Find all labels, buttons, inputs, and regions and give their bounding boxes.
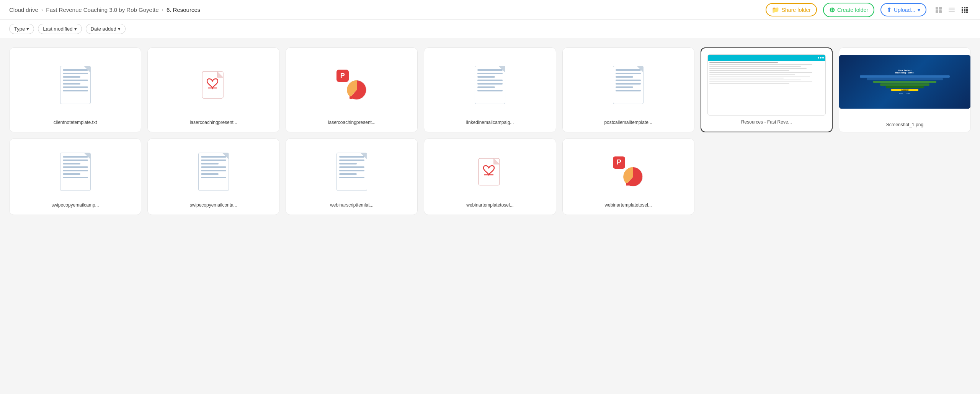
svg-rect-21 [357, 96, 360, 99]
upload-dropdown-arrow: ▾ [918, 7, 920, 13]
svg-rect-2 [936, 10, 938, 13]
thumbnail-view-button[interactable] [933, 4, 945, 16]
text-line [339, 177, 364, 178]
svg-rect-0 [936, 7, 938, 10]
file-card[interactable]: Your PerfectMarketing Funnel SUCCESS! Em… [839, 47, 971, 132]
text-line [616, 83, 641, 85]
file-card[interactable]: P lasercoachingpresent... [286, 47, 418, 132]
file-icon-wrap [16, 145, 135, 199]
type-filter-chevron: ▾ [26, 26, 29, 32]
file-name: lasercoachingpresent... [190, 120, 237, 126]
file-icon-wrap: P [569, 145, 688, 199]
text-file-icon [475, 66, 505, 104]
file-name: clientnotetemplate.txt [54, 120, 97, 126]
text-line [201, 156, 226, 158]
text-line [477, 69, 503, 71]
text-line [63, 163, 80, 164]
file-icon-wrap [16, 54, 135, 116]
file-icon-wrap: P [292, 54, 411, 116]
breadcrumb-root[interactable]: Cloud drive [9, 7, 38, 13]
funnel-label: Email [899, 93, 903, 94]
share-icon: 📁 [772, 6, 779, 13]
file-icon-wrap [430, 54, 549, 116]
funnel-row [880, 83, 929, 86]
text-line [477, 83, 503, 85]
ppt-file-icon: P [613, 156, 644, 187]
text-line [63, 73, 88, 74]
svg-rect-5 [949, 10, 955, 10]
file-card[interactable]: swipecopyemailcamp... [9, 138, 141, 215]
type-filter-button[interactable]: Type ▾ [9, 24, 34, 34]
file-card[interactable]: lasercoachingpresent... [147, 47, 279, 132]
breadcrumb-current: 6. Resources [167, 7, 200, 13]
ppt-file-icon: P [336, 70, 367, 100]
funnel-labels: Email Traffic [899, 93, 910, 94]
last-modified-filter-label: Last modified [43, 26, 72, 32]
web-content-line [709, 81, 812, 82]
ppt-p-badge: P [336, 70, 349, 82]
text-line [616, 73, 641, 74]
web-content-line [709, 70, 789, 71]
svg-rect-11 [964, 9, 965, 11]
web-content-line [709, 74, 795, 75]
breadcrumb: Cloud drive › Fast Revenue Coaching 3.0 … [9, 7, 200, 13]
file-name: postcallemailtemplate... [604, 120, 652, 126]
last-modified-filter-button[interactable]: Last modified ▾ [38, 24, 82, 34]
share-folder-button[interactable]: 📁 Share folder [766, 3, 817, 16]
share-folder-label: Share folder [782, 7, 811, 13]
ppt-chart-icon [623, 166, 644, 187]
file-card[interactable]: swipecopyemailconta... [147, 138, 279, 215]
create-folder-button[interactable]: ⊕ Create folder [823, 3, 874, 17]
file-card[interactable]: webinarscripttemlat... [286, 138, 418, 215]
svg-rect-4 [949, 8, 955, 8]
breadcrumb-parent[interactable]: Fast Revenue Coaching 3.0 by Rob Goyette [46, 7, 158, 13]
file-card[interactable]: Resources - Fast Reve... [701, 47, 833, 132]
file-name: webinartemplatetosel... [466, 202, 513, 208]
funnel-row [867, 78, 943, 80]
file-card[interactable]: postcallemailtemplate... [562, 47, 694, 132]
filters-bar: Type ▾ Last modified ▾ Date added ▾ [0, 20, 980, 38]
svg-rect-14 [964, 11, 965, 13]
file-icon-wrap [430, 145, 549, 199]
web-content-line [709, 62, 778, 63]
file-card[interactable]: P webinartemplatetosel... [562, 138, 694, 215]
funnel-title: Your PerfectMarketing Funnel [895, 69, 915, 74]
svg-rect-10 [962, 9, 963, 11]
web-content-line [709, 66, 801, 67]
upload-label: Upload... [894, 7, 915, 13]
image-thumbnail: Your PerfectMarketing Funnel SUCCESS! Em… [839, 55, 970, 109]
text-file-icon [198, 153, 229, 191]
file-card[interactable]: webinartemplatetosel... [424, 138, 556, 215]
pdf-file-icon [200, 69, 227, 101]
file-name: lasercoachingpresent... [328, 120, 376, 126]
file-card[interactable]: linkedinemailcampaig... [424, 47, 556, 132]
upload-button[interactable]: ⬆ Upload... ▾ [880, 3, 926, 16]
last-modified-filter-chevron: ▾ [74, 26, 77, 32]
ppt-p-badge: P [613, 156, 625, 169]
svg-rect-13 [962, 11, 963, 13]
file-name: webinarscripttemlat... [330, 202, 373, 208]
funnel-label: Traffic [906, 93, 910, 94]
text-line [339, 163, 357, 164]
grid-view-button[interactable] [959, 4, 971, 16]
web-content-line [709, 72, 812, 73]
list-view-button[interactable] [946, 4, 958, 16]
file-card[interactable]: clientnotetemplate.txt [9, 47, 141, 132]
text-file-icon [60, 66, 91, 104]
main-content: clientnotetemplate.txt [0, 38, 980, 224]
file-name: webinartemplatetosel... [604, 202, 652, 208]
file-name: swipecopyemailconta... [190, 202, 237, 208]
file-name: swipecopyemailcamp... [52, 202, 99, 208]
breadcrumb-sep-2: › [162, 7, 163, 13]
file-icon-wrap [154, 54, 273, 116]
header-actions: 📁 Share folder ⊕ Create folder ⬆ Upload.… [766, 3, 971, 17]
text-line [201, 177, 226, 178]
text-line [616, 69, 641, 71]
svg-rect-9 [966, 7, 968, 8]
text-line [63, 177, 88, 178]
web-dot [818, 57, 819, 59]
file-name: Screenshot_1.png [883, 120, 926, 132]
type-filter-label: Type [14, 26, 25, 32]
text-line [63, 173, 80, 175]
date-added-filter-button[interactable]: Date added ▾ [86, 24, 126, 34]
